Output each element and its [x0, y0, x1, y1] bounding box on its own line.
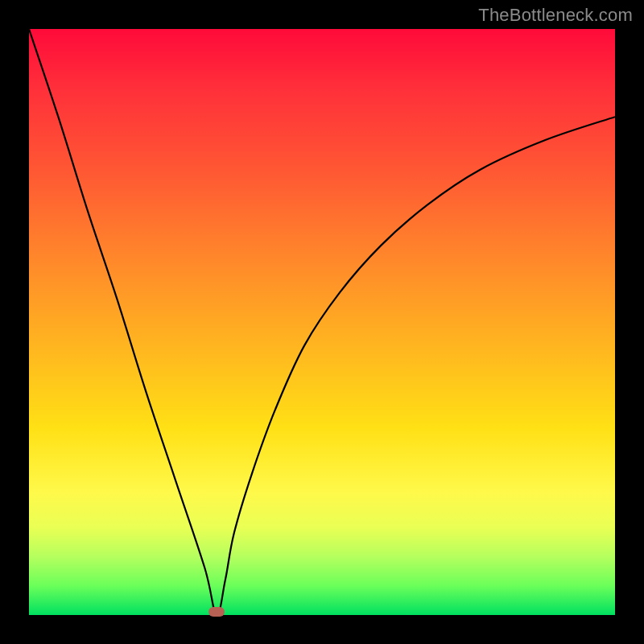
bottleneck-curve	[29, 29, 615, 615]
plot-area	[29, 29, 615, 615]
watermark-text: TheBottleneck.com	[478, 5, 633, 26]
chart-frame: TheBottleneck.com	[0, 0, 644, 644]
optimum-marker	[208, 607, 225, 617]
